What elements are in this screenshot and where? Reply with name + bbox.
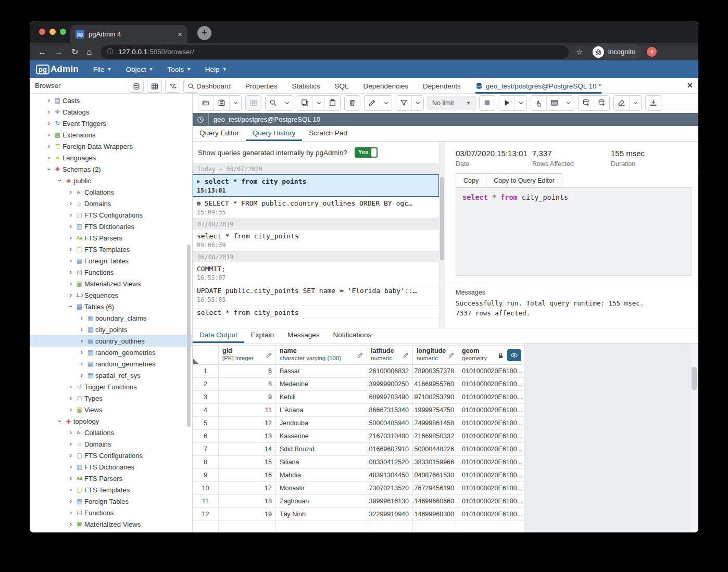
reload-icon[interactable]: ↻: [71, 48, 78, 56]
chevron-right-icon[interactable]: ›: [45, 120, 53, 127]
tree-item-materialized-views[interactable]: ›▣Materialized Views: [30, 518, 192, 530]
data-cell[interactable]: 0101000020E6100...: [458, 430, 524, 443]
data-cell[interactable]: 15: [219, 456, 276, 469]
data-cell[interactable]: 13: [219, 430, 276, 443]
data-cell[interactable]: L'Ariana: [276, 404, 367, 417]
tab-properties[interactable]: Properties: [245, 82, 278, 90]
data-cell[interactable]: 18: [219, 495, 276, 508]
chevron-right-icon[interactable]: ›: [67, 188, 74, 196]
data-cell[interactable]: 0101000020E6100...: [458, 378, 524, 391]
data-cell[interactable]: 8.97100253790: [413, 391, 458, 404]
tree-item-foreign-tables[interactable]: ›▦Foreign Tables: [30, 255, 192, 266]
data-cell[interactable]: .39999616130: [367, 495, 413, 508]
data-cell[interactable]: 0.78900357378: [413, 365, 458, 378]
tree-item-topology[interactable]: ›◈topology: [30, 415, 192, 427]
grid-scrollbar-thumb[interactable]: [692, 367, 697, 390]
maximize-window-button[interactable]: [60, 29, 66, 35]
tree-item-foreign-tables[interactable]: ›▦Foreign Tables: [30, 495, 192, 507]
row-number-cell[interactable]: 4: [193, 404, 219, 417]
add-server-button[interactable]: [129, 80, 144, 93]
column-header-longitude[interactable]: longitudenumeric: [413, 345, 458, 365]
row-number-cell[interactable]: 10: [193, 482, 219, 495]
row-number-cell[interactable]: 2: [193, 378, 219, 391]
query-tool-button[interactable]: [147, 80, 162, 93]
data-cell[interactable]: Medenine: [276, 378, 367, 391]
tab-dashboard[interactable]: Dashboard: [196, 82, 231, 90]
data-cell[interactable]: .68999703490: [367, 391, 413, 404]
close-window-button[interactable]: [39, 29, 45, 35]
browser-tab[interactable]: pg pgAdmin 4 ×: [70, 25, 187, 43]
history-entry[interactable]: COMMIT;16:55:07: [193, 262, 439, 284]
chevron-right-icon[interactable]: ›: [67, 234, 74, 241]
chevron-right-icon[interactable]: ›: [67, 498, 74, 505]
row-number-cell[interactable]: 9: [193, 469, 219, 482]
edit-column-icon[interactable]: [357, 351, 363, 358]
data-cell[interactable]: Siliana: [276, 456, 367, 469]
row-number-cell[interactable]: 11: [193, 495, 219, 508]
chevron-right-icon[interactable]: ›: [67, 440, 74, 448]
clear-caret[interactable]: [629, 96, 641, 110]
tab-dependencies[interactable]: Dependencies: [363, 82, 408, 90]
chevron-down-icon[interactable]: ›: [56, 177, 64, 184]
filter-button[interactable]: [396, 96, 411, 110]
data-cell[interactable]: Kebili: [276, 391, 367, 404]
row-number-cell[interactable]: 3: [193, 391, 219, 404]
data-cell[interactable]: .26100006832: [367, 365, 413, 378]
chevron-right-icon[interactable]: ›: [67, 429, 74, 436]
execute-caret[interactable]: [514, 96, 526, 110]
chevron-right-icon[interactable]: ›: [67, 269, 74, 276]
chevron-right-icon[interactable]: ›: [45, 97, 53, 104]
bookmark-star-icon[interactable]: ☆: [576, 47, 583, 57]
tree-item-materialized-views[interactable]: ›▣Materialized Views: [30, 278, 192, 289]
clear-button[interactable]: [614, 96, 629, 110]
chevron-right-icon[interactable]: ›: [78, 372, 85, 379]
find-caret[interactable]: [281, 96, 293, 110]
back-icon[interactable]: ←: [38, 48, 46, 56]
tab-query-history[interactable]: Query History: [246, 126, 303, 141]
download-button[interactable]: [646, 96, 661, 110]
home-icon[interactable]: ⌂: [86, 48, 92, 56]
delete-row-button[interactable]: [345, 96, 360, 110]
chevron-right-icon[interactable]: ›: [67, 475, 74, 482]
view-geometry-button[interactable]: [507, 349, 521, 361]
data-cell[interactable]: Mahdia: [276, 469, 367, 482]
chevron-right-icon[interactable]: ›: [78, 337, 85, 345]
data-cell[interactable]: Monastir: [276, 482, 367, 495]
chevron-right-icon[interactable]: ›: [67, 395, 74, 402]
tree-item-fts-templates[interactable]: ›▢FTS Templates: [30, 244, 192, 255]
commit-button[interactable]: [579, 96, 594, 110]
row-number-cell[interactable]: 5: [193, 417, 219, 430]
chevron-right-icon[interactable]: ›: [78, 326, 85, 333]
tree-vertical-scrollbar[interactable]: [187, 245, 191, 427]
tree-item-casts[interactable]: ›▤Casts: [30, 95, 192, 106]
data-cell[interactable]: .73070213520: [367, 482, 413, 495]
menu-help[interactable]: Help▼: [205, 66, 227, 73]
chevron-right-icon[interactable]: ›: [67, 280, 74, 287]
data-cell[interactable]: 0.19999754750: [413, 404, 458, 417]
filter-tree-button[interactable]: [165, 80, 180, 93]
chevron-right-icon[interactable]: ›: [67, 291, 74, 299]
chevron-right-icon[interactable]: ›: [67, 223, 74, 230]
history-entry[interactable]: select * from city_points09:06:39: [193, 230, 439, 251]
tree-item-public[interactable]: ›◈public: [30, 175, 192, 186]
save-button[interactable]: [214, 96, 229, 110]
data-cell[interactable]: .86667315340: [367, 404, 413, 417]
history-entry[interactable]: select * from city_points: [193, 306, 439, 319]
tree-item-fts-dictionaries[interactable]: ›▥FTS Dictionaries: [30, 221, 192, 232]
data-cell[interactable]: .32299910940: [367, 508, 413, 521]
chevron-down-icon[interactable]: ›: [67, 303, 74, 310]
data-cell[interactable]: 0101000020E6100...: [458, 365, 524, 378]
data-cell[interactable]: 8.71669850332: [413, 430, 458, 443]
find-button[interactable]: [266, 96, 281, 110]
tab-query-editor[interactable]: Query Editor: [193, 126, 246, 141]
history-entry[interactable]: UPDATE public.city_points SET name = 'Fl…: [193, 284, 439, 306]
row-number-cell[interactable]: 1: [193, 365, 219, 378]
data-cell[interactable]: 0101000020E6100...: [458, 443, 524, 456]
tree-item-extensions[interactable]: ›▩Extensions: [30, 129, 192, 141]
tree-item-random-geometries[interactable]: ›▦random_geometries: [30, 347, 192, 358]
history-entry[interactable]: ▦SELECT * FROM public.country_outlines O…: [193, 197, 439, 219]
data-cell[interactable]: 0101000020E6100...: [458, 404, 524, 417]
row-number-cell[interactable]: 8: [193, 456, 219, 469]
data-cell[interactable]: 0101000020E6100...: [458, 482, 524, 495]
data-cell[interactable]: 14: [219, 443, 276, 456]
